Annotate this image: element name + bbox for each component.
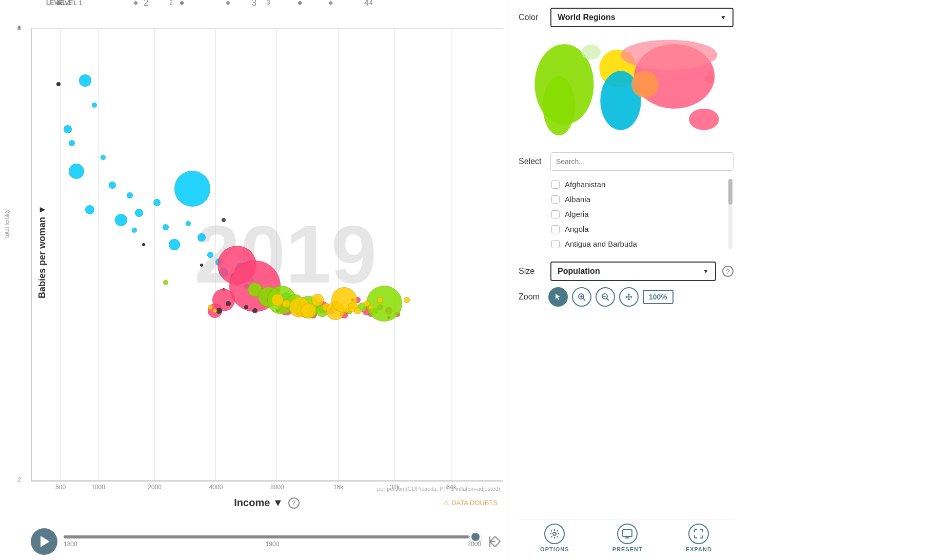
timeline-track[interactable] bbox=[64, 535, 481, 538]
bubble[interactable] bbox=[64, 125, 72, 133]
options-button[interactable]: OPTIONS bbox=[540, 524, 569, 552]
bubble[interactable] bbox=[226, 301, 231, 306]
svg-line-3 bbox=[490, 542, 495, 547]
bubble[interactable] bbox=[92, 103, 97, 108]
zoom-out-btn[interactable] bbox=[596, 287, 615, 307]
bubble[interactable] bbox=[207, 252, 213, 258]
color-dropdown-arrow: ▼ bbox=[720, 14, 726, 21]
country-item-afghanistan[interactable]: Afghanistan bbox=[549, 177, 727, 192]
data-doubts-label[interactable]: ⚠ DATA DOUBTS bbox=[443, 499, 498, 507]
bubble[interactable] bbox=[56, 82, 61, 86]
timeline-thumb[interactable] bbox=[470, 531, 481, 543]
bubble[interactable] bbox=[163, 224, 169, 230]
bubble[interactable] bbox=[132, 228, 137, 233]
bubble[interactable] bbox=[109, 182, 116, 189]
bubble[interactable] bbox=[127, 192, 133, 198]
world-map[interactable] bbox=[519, 36, 734, 144]
timeline-fill bbox=[64, 535, 469, 538]
bubble[interactable] bbox=[153, 199, 161, 206]
x-tick-8000: 8000 bbox=[276, 28, 277, 481]
x-axis-label[interactable]: Income ▼ bbox=[234, 497, 283, 509]
bubble[interactable] bbox=[101, 155, 106, 160]
level2-diamond: ◆ bbox=[180, 0, 184, 6]
checkbox-afghanistan[interactable] bbox=[551, 181, 560, 189]
checkbox-albania[interactable] bbox=[551, 195, 560, 204]
checkbox-angola[interactable] bbox=[551, 225, 560, 233]
select-row: Select bbox=[519, 152, 734, 171]
bubble[interactable] bbox=[213, 309, 217, 313]
y-tick-3: 3 bbox=[32, 28, 503, 29]
bubble[interactable] bbox=[404, 297, 410, 303]
size-dropdown[interactable]: Population ▼ bbox=[550, 262, 716, 281]
bubble[interactable] bbox=[222, 218, 226, 222]
bubble[interactable] bbox=[244, 305, 248, 309]
bubble[interactable] bbox=[200, 264, 203, 267]
bubble[interactable] bbox=[186, 221, 191, 226]
country-name-afghanistan: Afghanistan bbox=[565, 180, 605, 189]
bubble[interactable] bbox=[163, 280, 168, 285]
expand-icon bbox=[688, 524, 709, 544]
bubble[interactable] bbox=[135, 209, 143, 217]
color-value: World Regions bbox=[558, 13, 616, 22]
zoom-pointer-btn[interactable] bbox=[548, 287, 568, 307]
svg-point-23 bbox=[553, 532, 556, 535]
svg-point-15 bbox=[621, 40, 718, 70]
bubble[interactable] bbox=[142, 243, 145, 246]
bubble[interactable] bbox=[169, 239, 180, 250]
bubble[interactable] bbox=[366, 286, 402, 322]
timeline[interactable]: 1800 1900 2000 bbox=[64, 535, 481, 548]
income-help-icon[interactable]: ? bbox=[288, 497, 300, 509]
play-button[interactable] bbox=[31, 528, 57, 555]
color-label: Color bbox=[519, 13, 544, 22]
speed-icon[interactable] bbox=[487, 534, 503, 549]
size-help-icon[interactable]: ? bbox=[722, 266, 734, 277]
zoom-in-btn[interactable] bbox=[572, 287, 591, 307]
diamond1: ◆ bbox=[133, 0, 138, 6]
bubble[interactable] bbox=[79, 74, 91, 87]
country-item-antigua[interactable]: Antigua and Barbuda bbox=[549, 236, 727, 251]
color-row: Color World Regions ▼ bbox=[519, 8, 734, 27]
bubble[interactable] bbox=[197, 233, 206, 242]
svg-point-12 bbox=[689, 109, 719, 130]
bubble[interactable] bbox=[174, 171, 210, 207]
pan-btn[interactable] bbox=[619, 287, 639, 307]
x-tick-32k: 32k bbox=[394, 28, 395, 481]
svg-point-14 bbox=[582, 45, 601, 59]
checkbox-antigua[interactable] bbox=[551, 240, 560, 248]
bubble[interactable] bbox=[271, 294, 284, 306]
country-list-scrollbar[interactable] bbox=[728, 179, 732, 249]
zoom-row: Zoom 100% bbox=[519, 287, 734, 307]
right-panel: Color World Regions ▼ bbox=[508, 0, 744, 560]
y-axis-label[interactable]: Babies per woman ▼ bbox=[37, 205, 48, 298]
x-tick-500: 500 bbox=[60, 28, 61, 481]
search-input[interactable] bbox=[550, 152, 734, 171]
present-icon bbox=[617, 524, 638, 544]
country-list: Afghanistan Albania Algeria Angola Antig… bbox=[519, 177, 727, 251]
country-item-albania[interactable]: Albania bbox=[549, 192, 727, 207]
svg-line-21 bbox=[607, 298, 609, 301]
world-map-svg bbox=[519, 36, 734, 144]
country-item-algeria[interactable]: Algeria bbox=[549, 207, 727, 222]
expand-button[interactable]: EXPAND bbox=[686, 524, 712, 552]
bubble[interactable] bbox=[354, 307, 361, 314]
bubble[interactable] bbox=[377, 297, 383, 303]
zoom-percent[interactable]: 100% bbox=[643, 290, 673, 304]
bubble[interactable] bbox=[252, 308, 257, 313]
level-labels: LEVEL 1 ◆ 2 ◆ 3 ◆ 4 LEVEL 1 2 3 4 ◆ ◆ ◆ bbox=[31, 0, 503, 10]
scrollbar-thumb[interactable] bbox=[728, 179, 732, 205]
x-tick-2000: 2000 bbox=[154, 28, 155, 481]
bubble[interactable] bbox=[69, 164, 84, 179]
country-item-angola[interactable]: Angola bbox=[549, 222, 727, 236]
svg-line-4 bbox=[495, 536, 500, 542]
svg-line-17 bbox=[583, 298, 585, 301]
checkbox-algeria[interactable] bbox=[551, 210, 560, 218]
bubble[interactable] bbox=[208, 305, 213, 310]
bubble[interactable] bbox=[85, 205, 94, 214]
level1-text: LEVEL 1 bbox=[46, 0, 71, 6]
bubble[interactable] bbox=[69, 140, 75, 146]
color-dropdown[interactable]: World Regions ▼ bbox=[550, 8, 734, 27]
present-button[interactable]: PRESENT bbox=[612, 524, 643, 552]
bubble[interactable] bbox=[115, 214, 127, 226]
svg-point-11 bbox=[631, 71, 658, 97]
scatter-plot[interactable]: total fertility 8 7 6 5 4 3 2 500 1000 2… bbox=[31, 28, 503, 482]
